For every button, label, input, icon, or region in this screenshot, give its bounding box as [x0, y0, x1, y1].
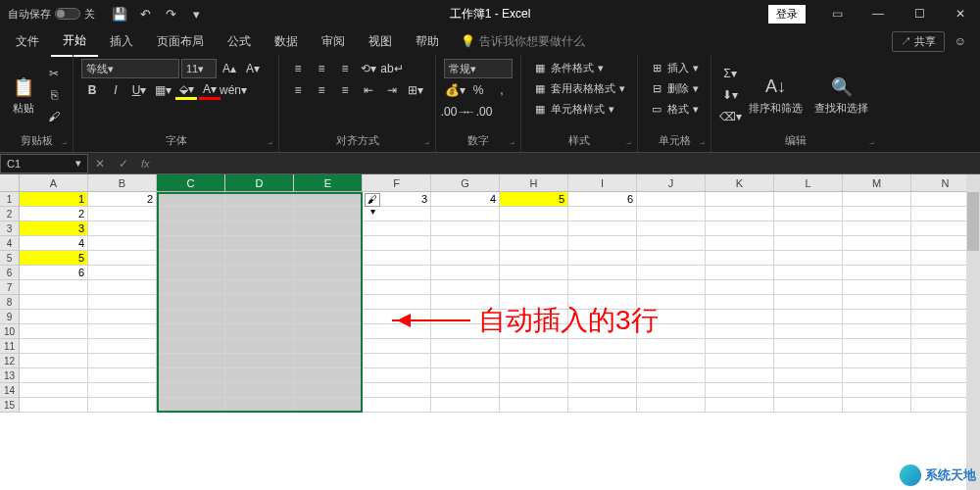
merge-icon[interactable]: ⊞▾: [405, 80, 426, 100]
cell[interactable]: [568, 251, 637, 266]
cell[interactable]: [225, 192, 294, 207]
login-button[interactable]: 登录: [768, 5, 806, 24]
autosum-icon[interactable]: Σ▾: [719, 64, 741, 83]
cell[interactable]: [568, 354, 637, 368]
decrease-indent-icon[interactable]: ⇤: [358, 80, 379, 100]
cell[interactable]: [706, 236, 774, 251]
cell[interactable]: [157, 354, 225, 368]
cell[interactable]: [843, 236, 911, 251]
cell[interactable]: [294, 324, 363, 339]
col-header-C[interactable]: C: [157, 174, 225, 191]
cell[interactable]: [294, 192, 363, 207]
cell[interactable]: [843, 192, 911, 207]
cell[interactable]: [88, 339, 157, 354]
cell[interactable]: [431, 398, 500, 413]
format-cells-button[interactable]: ▭格式 ▾: [646, 100, 703, 119]
col-header-L[interactable]: L: [774, 174, 843, 191]
find-select-button[interactable]: 🔍 查找和选择: [810, 72, 872, 120]
cell[interactable]: [774, 324, 843, 339]
cell[interactable]: [294, 398, 363, 413]
cell[interactable]: [637, 236, 706, 251]
font-color-icon[interactable]: A▾: [199, 80, 220, 100]
col-header-M[interactable]: M: [843, 174, 911, 191]
tell-me-search[interactable]: 💡 告诉我你想要做什么: [451, 33, 595, 50]
cell[interactable]: [568, 398, 637, 413]
cell[interactable]: [774, 295, 843, 310]
paste-options-icon[interactable]: 🖌▾: [365, 193, 380, 207]
row-header-7[interactable]: 7: [0, 280, 20, 295]
cell[interactable]: [431, 354, 500, 368]
fill-icon[interactable]: ⬇▾: [719, 85, 741, 105]
cell[interactable]: [706, 339, 774, 354]
cell[interactable]: [88, 251, 157, 266]
col-header-E[interactable]: E: [294, 174, 363, 191]
tab-data[interactable]: 数据: [263, 27, 310, 56]
cell[interactable]: [774, 251, 843, 266]
cell[interactable]: 5: [20, 251, 88, 266]
cell[interactable]: [568, 280, 637, 295]
cell[interactable]: [637, 221, 706, 236]
cell[interactable]: [500, 383, 568, 398]
col-header-B[interactable]: B: [88, 174, 157, 191]
name-box[interactable]: C1▾: [0, 154, 88, 173]
cell[interactable]: [363, 280, 431, 295]
row-header-11[interactable]: 11: [0, 339, 20, 354]
cell[interactable]: [225, 236, 294, 251]
cell[interactable]: [157, 221, 225, 236]
cell[interactable]: [500, 354, 568, 368]
insert-cells-button[interactable]: ⊞插入 ▾: [646, 59, 703, 77]
cell[interactable]: [843, 398, 911, 413]
cell[interactable]: [225, 354, 294, 368]
cell[interactable]: [431, 339, 500, 354]
cell[interactable]: 6: [568, 192, 637, 207]
cell[interactable]: [637, 339, 706, 354]
formula-enter-icon[interactable]: ✓: [112, 157, 135, 171]
cell[interactable]: [294, 383, 363, 398]
row-header-12[interactable]: 12: [0, 354, 20, 368]
cell[interactable]: [500, 280, 568, 295]
cell[interactable]: [431, 207, 500, 221]
clear-icon[interactable]: ⌫▾: [719, 107, 741, 126]
cell[interactable]: [706, 324, 774, 339]
fx-icon[interactable]: fx: [135, 158, 156, 170]
cell[interactable]: [706, 221, 774, 236]
cell[interactable]: [157, 251, 225, 266]
cell[interactable]: [843, 266, 911, 280]
align-middle-icon[interactable]: ≡: [311, 59, 332, 78]
col-header-H[interactable]: H: [500, 174, 568, 191]
cell[interactable]: [157, 398, 225, 413]
cell[interactable]: [157, 324, 225, 339]
cell[interactable]: [568, 236, 637, 251]
cell[interactable]: [20, 324, 88, 339]
percent-icon[interactable]: %: [467, 80, 489, 100]
align-center-icon[interactable]: ≡: [311, 80, 332, 100]
cell[interactable]: [706, 310, 774, 324]
cell[interactable]: [637, 383, 706, 398]
align-top-icon[interactable]: ≡: [287, 59, 309, 78]
col-header-A[interactable]: A: [20, 174, 88, 191]
cell[interactable]: [294, 207, 363, 221]
cell[interactable]: [843, 383, 911, 398]
cell[interactable]: [774, 398, 843, 413]
cell[interactable]: 5: [500, 192, 568, 207]
cell[interactable]: [157, 236, 225, 251]
cell[interactable]: [637, 266, 706, 280]
cell[interactable]: [294, 310, 363, 324]
cell[interactable]: [843, 339, 911, 354]
cell[interactable]: [637, 398, 706, 413]
row-header-9[interactable]: 9: [0, 310, 20, 324]
cell[interactable]: [774, 266, 843, 280]
redo-icon[interactable]: ↷: [164, 7, 177, 21]
cell[interactable]: [774, 310, 843, 324]
cell[interactable]: [363, 251, 431, 266]
sort-filter-button[interactable]: A↓ 排序和筛选: [745, 72, 807, 120]
decrease-font-icon[interactable]: A▾: [242, 59, 264, 78]
row-header-14[interactable]: 14: [0, 383, 20, 398]
minimize-icon[interactable]: ―: [858, 0, 898, 27]
cell[interactable]: [88, 280, 157, 295]
row-header-2[interactable]: 2: [0, 207, 20, 221]
col-header-F[interactable]: F: [363, 174, 431, 191]
close-icon[interactable]: ✕: [941, 0, 980, 27]
cell[interactable]: [843, 368, 911, 383]
col-header-K[interactable]: K: [706, 174, 774, 191]
